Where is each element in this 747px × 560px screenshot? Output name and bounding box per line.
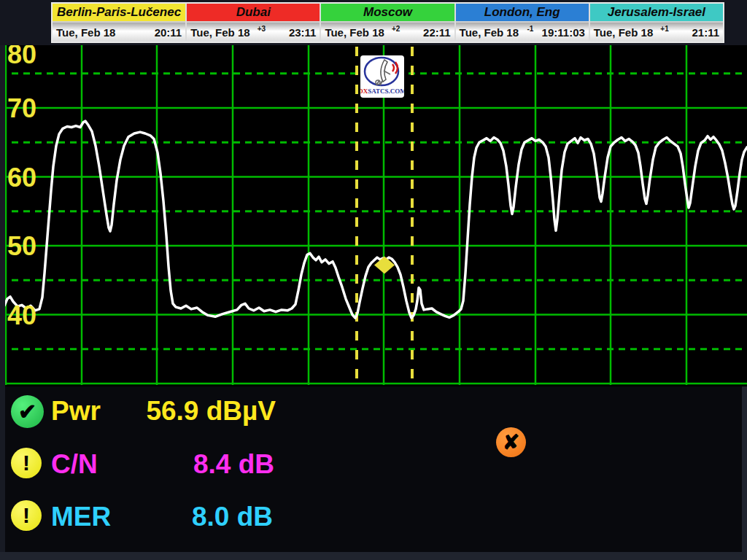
world-clock-bar: Berlin-Paris-Lučenec Tue, Feb 18 20:11 D… xyxy=(51,2,724,43)
bottom-frame-strip xyxy=(0,552,747,560)
clock-time: 22:11 xyxy=(406,26,451,39)
city-name: Berlin-Paris-Lučenec xyxy=(53,4,185,23)
svg-text:40: 40 xyxy=(7,300,36,330)
clock-date: Tue, Feb 18 xyxy=(594,26,654,39)
satellite-dish-icon: DXSATCS.COM xyxy=(360,55,404,98)
clock-date: Tue, Feb 18 xyxy=(325,26,385,39)
clock-tz-offset: -1 xyxy=(520,25,541,33)
city-name: London, Eng xyxy=(456,4,589,23)
clock-column-moscow: Moscow Tue, Feb 18 +2 22:11 xyxy=(321,4,455,42)
clock-date: Tue, Feb 18 xyxy=(460,26,520,39)
mer-warning-icon: ! xyxy=(11,500,42,531)
svg-text:50: 50 xyxy=(7,231,36,261)
pwr-value: 56.9 dBµV xyxy=(88,396,276,427)
svg-text:80: 80 xyxy=(7,45,36,69)
analyzer-screen: Berlin-Paris-Lučenec Tue, Feb 18 20:11 D… xyxy=(0,0,747,560)
dxsatcs-logo: DXSATCS.COM xyxy=(360,55,404,98)
clock-time: 21:11 xyxy=(675,26,719,39)
clock-time: 23:11 xyxy=(271,26,316,39)
clock-column-jerusalem: Jerusalem-Israel Tue, Feb 18 +1 21:11 xyxy=(590,4,723,42)
city-name: Jerusalem-Israel xyxy=(590,4,723,23)
left-frame-strip xyxy=(0,45,5,560)
cn-warning-icon: ! xyxy=(11,448,42,478)
clock-tz-offset: +2 xyxy=(386,25,406,33)
clock-column-berlin: Berlin-Paris-Lučenec Tue, Feb 18 20:11 xyxy=(53,4,187,42)
clock-date: Tue, Feb 18 xyxy=(56,26,117,39)
clock-time: 19:11:03 xyxy=(541,26,585,39)
svg-text:DXSATCS.COM: DXSATCS.COM xyxy=(360,88,404,95)
pwr-ok-check-icon: ✔ xyxy=(11,395,44,428)
clock-date: Tue, Feb 18 xyxy=(190,26,251,39)
city-name: Moscow xyxy=(321,4,454,23)
measurement-panel: ✔ Pwr 56.9 dBµV ! C/N 8.4 dB ! MER 8.0 d… xyxy=(0,386,747,553)
clock-time: 20:11 xyxy=(137,26,182,39)
svg-text:60: 60 xyxy=(7,163,36,192)
clock-tz-offset: +3 xyxy=(252,25,272,33)
clock-column-dubai: Dubai Tue, Feb 18 +3 23:11 xyxy=(187,4,321,42)
clock-column-london: London, Eng Tue, Feb 18 -1 19:11:03 xyxy=(456,4,590,42)
logo-text-dx: DX xyxy=(360,88,368,95)
mer-value: 8.0 dB xyxy=(88,502,273,532)
right-frame-strip xyxy=(742,386,747,560)
cn-value: 8.4 dB xyxy=(88,449,274,480)
clock-tz-offset: +1 xyxy=(654,25,675,33)
ber-error-x-icon: ✘ xyxy=(496,427,526,457)
city-name: Dubai xyxy=(187,4,320,23)
svg-text:70: 70 xyxy=(7,93,36,123)
logo-text-rest: SATCS.COM xyxy=(368,88,404,95)
